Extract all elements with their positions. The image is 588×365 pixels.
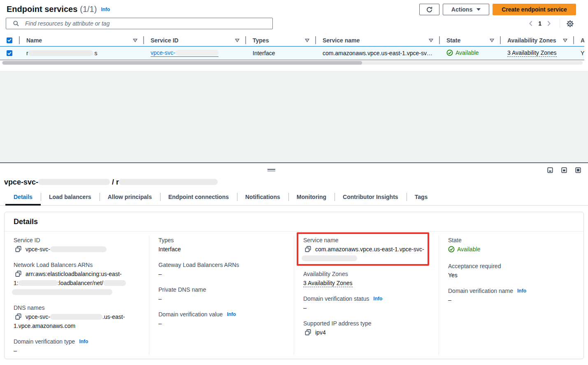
status-available-icon <box>448 246 455 253</box>
redacted-text <box>175 50 218 56</box>
info-link[interactable]: Info <box>517 288 526 294</box>
cell-availability-zones: 3 Availability Zones <box>501 49 574 57</box>
actions-button[interactable]: Actions <box>443 4 489 15</box>
field-label: Domain verification nameInfo <box>448 286 576 295</box>
info-link[interactable]: Info <box>373 296 382 302</box>
sort-icon <box>490 38 494 42</box>
details-column-3: Service name com.amazonaws.vpce.us-east-… <box>294 236 439 355</box>
column-header-service-id[interactable]: Service ID <box>144 35 246 46</box>
page-info-link[interactable]: Info <box>101 7 110 12</box>
field-supported-ip-address-type: Supported IP address type ipv4 <box>303 319 431 337</box>
preferences-button[interactable] <box>565 19 575 28</box>
header-select-all-cell <box>0 35 20 46</box>
copy-icon[interactable] <box>305 329 311 335</box>
row-select-cell <box>0 50 20 56</box>
split-panel-drag-handle[interactable] <box>267 169 275 171</box>
field-service-id: Service ID vpce-svc- <box>14 236 142 254</box>
field-label: Service ID <box>14 236 142 245</box>
redacted-text <box>12 289 112 295</box>
field-value: – <box>158 294 286 303</box>
row-checkbox[interactable] <box>7 50 12 56</box>
copy-icon[interactable] <box>305 246 311 252</box>
column-header-name[interactable]: Name <box>20 35 144 46</box>
tab-endpoint-connections[interactable]: Endpoint connections <box>160 191 237 205</box>
tab-allow-principals[interactable]: Allow principals <box>100 191 160 205</box>
details-column-2: Types Interface Gateway Load Balancers A… <box>149 236 294 355</box>
column-header-availability-zones[interactable]: Availability Zones <box>501 35 574 46</box>
column-header-state[interactable]: State <box>440 35 501 46</box>
actions-button-label: Actions <box>451 6 472 13</box>
field-domain-verification-value: Domain verification valueInfo – <box>158 310 286 328</box>
field-label: DNS names <box>14 303 142 312</box>
endpoint-services-page: Endpoint services(1/1)Info Actions Creat… <box>0 0 588 365</box>
pagination-divider <box>560 19 560 28</box>
resource-count: (1/1) <box>80 5 97 14</box>
next-page-button[interactable] <box>544 19 554 28</box>
state-badge: Available <box>446 49 479 56</box>
field-value: – <box>158 319 286 328</box>
field-value: 1.vpce.amazonaws.com <box>14 321 142 330</box>
drag-handle-line <box>267 171 275 171</box>
tab-details[interactable]: Details <box>5 191 41 205</box>
copy-icon[interactable] <box>15 246 21 252</box>
field-domain-verification-status: Domain verification statusInfo – <box>303 294 431 312</box>
current-page-number[interactable]: 1 <box>538 20 542 27</box>
field-value: – <box>303 303 431 312</box>
field-domain-verification-name: Domain verification nameInfo – <box>448 286 576 304</box>
tab-notifications[interactable]: Notifications <box>237 191 288 205</box>
row-name-fragment: s <box>95 50 98 56</box>
tab-contributor-insights[interactable]: Contributor Insights <box>335 191 407 205</box>
availability-zones-link[interactable]: 3 Availability Zones <box>507 49 557 57</box>
field-gwlb-arns: Gateway Load Balancers ARNs – <box>158 260 286 278</box>
field-value: arn:aws:elasticloadbalancing:us-east- <box>14 269 142 278</box>
info-link[interactable]: Info <box>227 311 236 317</box>
availability-zones-link[interactable]: 3 Availability Zones <box>303 280 353 287</box>
field-acceptance-required: Acceptance required Yes <box>448 262 576 280</box>
page-header: Endpoint services(1/1)Info Actions Creat… <box>0 0 588 18</box>
horizontal-scrollbar-thumb[interactable] <box>2 61 362 65</box>
filter-search-box <box>6 18 273 29</box>
copy-icon[interactable] <box>15 314 21 320</box>
field-value-text: :loadbalancer/net/ <box>58 280 103 286</box>
tab-tags[interactable]: Tags <box>407 191 436 205</box>
field-label: Gateway Load Balancers ARNs <box>158 260 286 269</box>
field-private-dns-name: Private DNS name – <box>158 285 286 303</box>
cell-name: r s <box>20 50 144 56</box>
field-value: – <box>448 295 576 304</box>
select-all-checkbox[interactable] <box>7 37 12 43</box>
details-card-heading: Details <box>5 212 583 232</box>
service-id-text: vpce-svc- <box>151 49 175 56</box>
redacted-text <box>302 255 357 261</box>
service-id-link[interactable]: vpce-svc- <box>151 49 218 57</box>
sort-icon <box>133 38 137 42</box>
refresh-button[interactable] <box>419 4 439 15</box>
create-endpoint-service-button[interactable]: Create endpoint service <box>493 4 576 15</box>
previous-page-button[interactable] <box>526 19 536 28</box>
redacted-text <box>119 179 218 185</box>
info-link[interactable]: Info <box>79 339 88 344</box>
details-column-4: State Available Acceptance required Yes <box>439 236 583 355</box>
column-header-types[interactable]: Types <box>246 35 316 46</box>
tab-monitoring[interactable]: Monitoring <box>288 191 335 205</box>
panel-position-full-icon[interactable] <box>575 167 581 173</box>
copy-icon[interactable] <box>15 271 21 277</box>
details-card: Details Service ID vpce-svc- Network Loa… <box>4 212 584 359</box>
panel-position-side-icon[interactable] <box>561 167 567 173</box>
field-service-name: Service name com.amazonaws.vpce.us-east-… <box>303 236 431 263</box>
tab-load-balancers[interactable]: Load balancers <box>41 191 100 205</box>
column-header-acceptance[interactable]: A <box>574 35 584 46</box>
field-domain-verification-type: Domain verification typeInfo – <box>14 337 142 355</box>
field-label: Network Load Balancers ARNs <box>14 260 142 269</box>
field-value: Yes <box>448 271 576 280</box>
sort-icon <box>305 38 309 42</box>
redacted-text <box>28 50 93 56</box>
cell-service-name: com.amazonaws.vpce.us-east-1.vpce-sv… <box>316 50 440 56</box>
column-header-service-name[interactable]: Service name <box>316 35 440 46</box>
search-input[interactable] <box>19 18 272 29</box>
checkmark-icon <box>7 51 12 55</box>
table-row[interactable]: r s vpce-svc- Interface com.amazonaws.vp… <box>0 46 584 60</box>
field-nlb-arns: Network Load Balancers ARNs arn:aws:elas… <box>14 260 142 297</box>
panel-position-bottom-icon[interactable] <box>547 167 553 173</box>
field-value <box>303 254 431 263</box>
refresh-icon <box>426 6 433 13</box>
